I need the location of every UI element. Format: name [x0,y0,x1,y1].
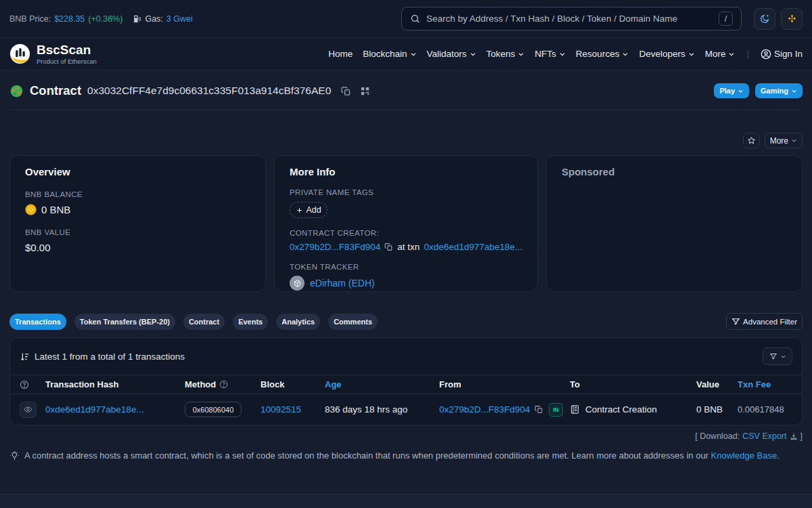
sign-in-button[interactable]: Sign In [761,49,803,60]
brand-subtitle: Product of Etherscan [37,58,97,65]
bnb-price-link[interactable]: $228.35 [54,14,85,24]
bnb-value-label: BNB VALUE [25,228,250,236]
bnb-price-label: BNB Price: [9,14,51,24]
nav-item-nfts[interactable]: NFTs [535,49,566,59]
column-transaction-hash: Transaction Hash [45,379,185,389]
download-icon [790,432,798,440]
favorite-star-button[interactable] [743,133,760,148]
tab-contract[interactable]: Contract [183,314,225,330]
bnb-network-button[interactable] [781,8,803,30]
nav-item-resources[interactable]: Resources [576,49,629,59]
tx-block-link[interactable]: 10092515 [261,404,301,415]
gas-pump-icon [133,14,141,23]
more-options-button[interactable]: More [765,133,803,148]
nav-divider: | [746,49,749,59]
sponsored-title: Sponsored [562,166,787,177]
column-age[interactable]: Age [325,379,439,389]
tx-value: 0 BNB [696,404,723,415]
search-input[interactable] [426,14,713,24]
bnb-value-amount: $0.00 [25,242,51,253]
bnb-balance-value: 0 BNB [41,204,70,215]
tx-to-text: Contract Creation [585,404,657,415]
play-button[interactable]: Play [714,83,749,98]
brand-logo[interactable]: BscScan Product of Etherscan [9,43,97,65]
question-circle-icon[interactable] [219,380,228,389]
chevron-down-icon [410,51,417,58]
transaction-row: 0xde6ed1d977abe18e... 0x60806040 1009251… [10,394,802,425]
topbar: BNB Price: $228.35 (+0.36%) Gas: 3 Gwei … [0,0,812,38]
contract-creator-label: CONTRACT CREATOR: [290,229,522,237]
search-icon [410,14,420,24]
nav-item-validators[interactable]: Validators [427,49,476,59]
nav-item-more[interactable]: More [705,49,736,59]
theme-toggle-button[interactable] [754,8,775,30]
tx-hash-link[interactable]: 0xde6ed1d977abe18e... [45,404,144,415]
column-help-icon[interactable] [20,380,45,389]
contract-avatar [9,84,24,98]
chevron-down-icon [622,51,629,58]
token-tracker-label: TOKEN TRACKER [290,263,522,271]
eye-icon [24,405,32,414]
tx-from-link[interactable]: 0x279b2D...F83Fd904 [439,404,530,415]
plus-icon [296,207,303,214]
tx-age: 836 days 18 hrs ago [325,404,407,415]
advanced-filter-button[interactable]: Advanced Filter [726,313,803,330]
add-name-tag-button[interactable]: Add [290,202,328,218]
download-prefix: [ Download: [695,431,740,441]
search-shortcut-key: / [719,12,733,26]
column-to: To [570,379,696,389]
knowledge-base-link[interactable]: Knowledge Base [711,450,777,461]
sponsored-card: Sponsored [546,155,803,292]
chevron-down-icon [780,354,786,360]
copy-address-icon[interactable] [341,86,351,96]
more-info-card: More Info PRIVATE NAME TAGS Add CONTRACT… [274,155,538,292]
table-filter-button[interactable] [763,347,792,365]
creator-address-link[interactable]: 0x279b2D...F83Fd904 [290,242,380,252]
column-value: Value [696,379,738,389]
nav-item-developers[interactable]: Developers [639,49,694,59]
gas-value-link[interactable]: 3 Gwei [166,14,193,24]
contract-address: 0x3032CfFF4e7d9c06631c335F013a914cBf376A… [87,85,331,97]
page-title: Contract [30,83,81,98]
header-divider [9,110,803,110]
bnb-balance-label: BNB BALANCE [25,190,250,198]
creator-at-txn: at txn [397,242,420,252]
bnb-price-change: (+0.36%) [88,14,122,24]
transactions-table-card: Latest 1 from a total of 1 transactions … [9,337,803,425]
column-method: Method [185,379,261,389]
copy-creator-icon[interactable] [384,242,393,251]
bscscan-logo-icon [9,43,30,64]
tab-transactions[interactable]: Transactions [9,314,66,330]
tab-comments[interactable]: Comments [328,314,378,330]
overview-card: Overview BNB BALANCE 0 BNB BNB VALUE $0.… [9,155,266,292]
tx-direction-badge: IN [549,403,563,417]
tab-analytics[interactable]: Analytics [276,314,320,330]
qr-code-icon[interactable] [360,86,370,96]
user-icon [761,49,771,60]
lightbulb-icon [9,450,20,461]
download-suffix: ] [800,431,803,441]
tab-events[interactable]: Events [233,314,268,330]
copy-from-icon[interactable] [535,405,543,414]
star-icon [747,136,756,145]
token-icon [290,276,304,291]
csv-export-link[interactable]: CSV Export [742,431,786,441]
token-tracker-link[interactable]: eDirham (EDH) [310,278,375,289]
tx-method-badge: 0x60806040 [185,402,242,417]
creator-txn-link[interactable]: 0xde6ed1d977abe18e... [424,242,522,252]
column-block: Block [261,379,325,389]
nav-item-tokens[interactable]: Tokens [487,49,525,59]
gaming-button[interactable]: Gaming [755,83,803,98]
contract-file-icon [570,404,580,415]
contract-tip-text: A contract address hosts a smart contrac… [24,450,780,461]
sort-icon [20,352,30,362]
column-txn-fee[interactable]: Txn Fee [738,379,792,389]
nav-item-home[interactable]: Home [328,49,353,59]
tx-preview-eye-button[interactable] [20,402,37,418]
gas-label: Gas: [145,14,162,24]
bnb-coin-icon [25,204,37,215]
main-nav: BscScan Product of Etherscan Home Blockc… [0,38,812,70]
overview-title: Overview [25,166,250,177]
tab-token-transfers[interactable]: Token Transfers (BEP-20) [74,314,175,330]
nav-item-blockchain[interactable]: Blockchain [363,49,416,59]
